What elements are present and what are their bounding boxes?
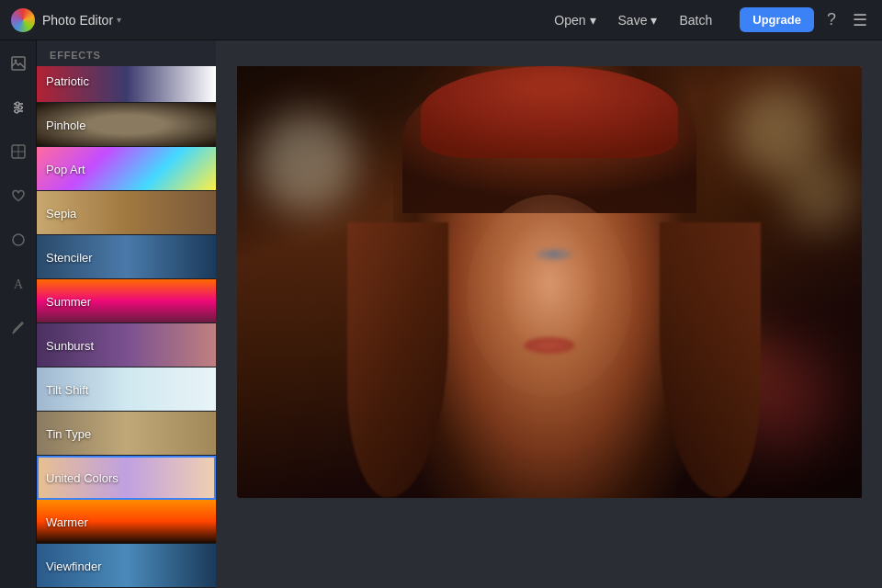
effect-label-summer: Summer: [46, 294, 91, 308]
svg-point-11: [13, 234, 24, 245]
effect-label-sepia: Sepia: [46, 206, 76, 220]
app-name-label: Photo Editor: [42, 13, 113, 28]
effect-item-popart[interactable]: Pop Art: [37, 147, 216, 191]
effect-item-sunburst[interactable]: Sunburst: [37, 323, 216, 368]
effect-item-viewfinder[interactable]: Viewfinder: [37, 544, 216, 588]
image-tool-icon[interactable]: [5, 50, 32, 77]
icon-rail: A: [0, 40, 37, 588]
effect-label-tiltshift: Tilt Shift: [46, 382, 88, 396]
upgrade-button[interactable]: Upgrade: [740, 7, 814, 32]
adjust-tool-icon[interactable]: [5, 138, 32, 165]
effect-item-patriotic[interactable]: Patriotic: [37, 66, 216, 103]
effect-label-patriotic: Patriotic: [46, 74, 89, 87]
save-button[interactable]: Save ▾: [609, 8, 667, 32]
open-label: Open: [554, 13, 585, 28]
app-name: Photo Editor ▾: [42, 13, 121, 28]
effect-item-sepia[interactable]: Sepia: [37, 191, 216, 235]
save-chevron: ▾: [650, 13, 657, 28]
topbar-nav: Open ▾ Save ▾ Batch: [545, 8, 721, 32]
effect-label-stenciler: Stenciler: [46, 250, 93, 264]
effect-label-popart: Pop Art: [46, 162, 85, 175]
text-tool-icon[interactable]: A: [5, 270, 32, 298]
effect-item-pinhole[interactable]: Pinhole: [37, 103, 216, 147]
topbar: Photo Editor ▾ Open ▾ Save ▾ Batch Upgra…: [0, 0, 882, 40]
save-label: Save: [618, 13, 648, 28]
effect-item-unitedcolors[interactable]: United Colors: [37, 456, 216, 500]
photo-image: [237, 66, 862, 498]
app-menu-chevron[interactable]: ▾: [117, 15, 121, 25]
menu-button[interactable]: ☰: [849, 6, 871, 34]
effects-header: EFFECTS: [37, 40, 216, 66]
effect-label-unitedcolors: United Colors: [46, 470, 119, 484]
open-chevron: ▾: [590, 13, 596, 28]
upgrade-label: Upgrade: [752, 13, 801, 27]
effects-panel: EFFECTS PatrioticPinholePop ArtSepiaSten…: [37, 40, 216, 588]
effect-label-tintype: Tin Type: [46, 426, 91, 440]
open-button[interactable]: Open ▾: [545, 8, 605, 32]
canvas-area: [216, 40, 882, 588]
svg-point-5: [16, 102, 19, 106]
hamburger-icon: ☰: [853, 10, 867, 30]
batch-button[interactable]: Batch: [670, 8, 721, 32]
effect-label-pinhole: Pinhole: [46, 118, 85, 131]
effect-label-sunburst: Sunburst: [46, 338, 94, 352]
svg-point-6: [18, 106, 22, 109]
topbar-right: Upgrade ? ☰: [740, 6, 871, 34]
brush-tool-icon[interactable]: [5, 314, 32, 342]
svg-point-7: [15, 109, 18, 113]
app-logo: [11, 8, 35, 32]
effect-item-stenciler[interactable]: Stenciler: [37, 235, 216, 279]
effect-item-warmer[interactable]: Warmer: [37, 500, 216, 544]
help-icon: ?: [827, 10, 836, 29]
effect-label-warmer: Warmer: [46, 514, 88, 528]
effect-item-summer[interactable]: Summer: [37, 279, 216, 323]
effects-tool-icon[interactable]: [5, 94, 32, 121]
main-layout: A EFFECTS PatrioticPinholePop ArtSepiaSt…: [0, 40, 882, 588]
favorites-tool-icon[interactable]: [5, 182, 32, 209]
shapes-tool-icon[interactable]: [5, 226, 32, 254]
help-button[interactable]: ?: [823, 6, 840, 33]
effects-list: PatrioticPinholePop ArtSepiaStencilerSum…: [37, 66, 216, 588]
effect-label-viewfinder: Viewfinder: [46, 559, 101, 572]
effect-item-tintype[interactable]: Tin Type: [37, 412, 216, 456]
svg-text:A: A: [14, 277, 24, 291]
effect-item-tiltshift[interactable]: Tilt Shift: [37, 368, 216, 412]
photo-canvas: [237, 66, 862, 562]
batch-label: Batch: [679, 13, 712, 28]
